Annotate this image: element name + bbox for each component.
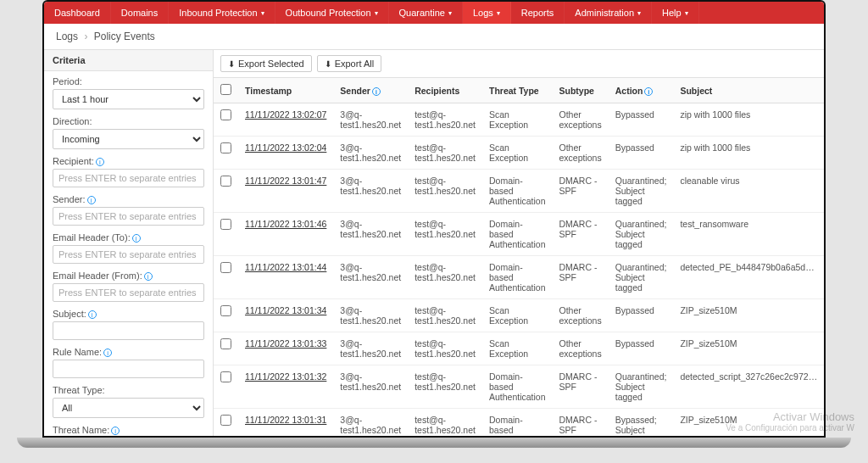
cell-recipients: test@q-test1.hes20.net xyxy=(408,170,482,213)
table-scroll[interactable]: Timestamp Senderi Recipients Threat Type… xyxy=(214,78,824,436)
cell-threat-type: Domain-based Authentication xyxy=(482,409,553,437)
cell-action: Quarantined;Subject tagged xyxy=(609,213,674,256)
chevron-down-icon: ▾ xyxy=(497,9,500,17)
table-row: 11/11/2022 13:02:073@q-test1.hes20.nette… xyxy=(214,103,824,137)
row-checkbox[interactable] xyxy=(220,305,231,316)
row-checkbox[interactable] xyxy=(220,371,231,382)
sender-input[interactable] xyxy=(53,207,204,226)
nav-tab-label: Inbound Protection xyxy=(179,8,257,18)
nav-tab-administration[interactable]: Administration▾ xyxy=(565,2,652,24)
cell-recipients: test@q-test1.hes20.net xyxy=(408,213,482,256)
cell-timestamp[interactable]: 11/11/2022 13:02:07 xyxy=(238,103,333,137)
col-threat-type[interactable]: Threat Type xyxy=(482,78,553,103)
cell-timestamp[interactable]: 11/11/2022 13:01:44 xyxy=(238,256,333,299)
chevron-down-icon: ▾ xyxy=(685,9,688,17)
cell-timestamp[interactable]: 11/11/2022 13:02:04 xyxy=(238,137,333,170)
row-checkbox[interactable] xyxy=(220,176,231,187)
col-recipients[interactable]: Recipients xyxy=(408,78,482,103)
cell-recipients: test@q-test1.hes20.net xyxy=(408,365,482,409)
cell-recipients: test@q-test1.hes20.net xyxy=(408,332,482,365)
table-row: 11/11/2022 13:01:443@q-test1.hes20.nette… xyxy=(214,256,824,299)
header-from-input[interactable] xyxy=(53,283,204,302)
info-icon[interactable]: i xyxy=(644,87,653,96)
nav-tab-logs[interactable]: Logs▾ xyxy=(463,2,511,24)
chevron-down-icon: ▾ xyxy=(375,9,378,17)
threat-name-label: Threat Name:i xyxy=(53,425,204,435)
cell-recipients: test@q-test1.hes20.net xyxy=(408,137,482,170)
info-icon[interactable]: i xyxy=(103,349,112,357)
row-checkbox[interactable] xyxy=(220,262,231,273)
export-toolbar: ⬇ Export Selected ⬇ Export All xyxy=(214,50,824,78)
cell-action: Quarantined;Subject tagged xyxy=(609,170,674,213)
app-window: DashboardDomainsInbound Protection▾Outbo… xyxy=(42,0,826,438)
nav-tab-label: Quarantine xyxy=(399,8,445,18)
cell-recipients: test@q-test1.hes20.net xyxy=(408,299,482,332)
threat-type-label: Threat Type: xyxy=(53,385,204,395)
cell-timestamp[interactable]: 11/11/2022 13:01:33 xyxy=(238,332,333,365)
info-icon[interactable]: i xyxy=(111,427,120,435)
nav-tab-domains[interactable]: Domains xyxy=(111,2,169,24)
rule-name-input[interactable] xyxy=(53,360,204,378)
cell-sender: 3@q-test1.hes20.net xyxy=(333,256,408,299)
direction-select[interactable]: Incoming xyxy=(53,129,204,149)
nav-tab-outbound-protection[interactable]: Outbound Protection▾ xyxy=(275,2,389,24)
recipient-input[interactable] xyxy=(53,169,204,187)
nav-tab-help[interactable]: Help▾ xyxy=(652,2,699,24)
breadcrumb-root[interactable]: Logs xyxy=(56,31,78,42)
top-nav: DashboardDomainsInbound Protection▾Outbo… xyxy=(44,2,824,24)
nav-tab-inbound-protection[interactable]: Inbound Protection▾ xyxy=(169,2,275,24)
content-area: ⬇ Export Selected ⬇ Export All Timestamp… xyxy=(214,50,824,436)
cell-subtype: DMARC - SPF xyxy=(553,170,609,213)
table-row: 11/11/2022 13:01:343@q-test1.hes20.nette… xyxy=(214,299,824,332)
export-selected-button[interactable]: ⬇ Export Selected xyxy=(220,55,312,72)
header-to-input[interactable] xyxy=(53,245,204,264)
cell-threat-type: Scan Exception xyxy=(482,103,553,137)
col-timestamp[interactable]: Timestamp xyxy=(238,78,333,103)
info-icon[interactable]: i xyxy=(96,158,104,166)
row-checkbox[interactable] xyxy=(220,415,231,426)
cell-subtype: DMARC - SPF xyxy=(553,409,609,437)
cell-subtype: Other exceptions xyxy=(553,332,609,365)
nav-tab-label: Reports xyxy=(521,8,554,18)
cell-timestamp[interactable]: 11/11/2022 13:01:31 xyxy=(238,409,333,437)
cell-subject: detected_script_327c26ec2c972c920c xyxy=(673,365,824,409)
info-icon[interactable]: i xyxy=(88,310,97,319)
row-checkbox[interactable] xyxy=(220,109,231,120)
subject-input[interactable] xyxy=(53,321,204,340)
criteria-panel: Criteria Period: Last 1 hour Direction: … xyxy=(44,50,214,436)
cell-timestamp[interactable]: 11/11/2022 13:01:46 xyxy=(238,213,333,256)
nav-tab-quarantine[interactable]: Quarantine▾ xyxy=(389,2,463,24)
download-icon: ⬇ xyxy=(325,59,331,69)
nav-tab-dashboard[interactable]: Dashboard xyxy=(44,2,111,24)
header-to-label: Email Header (To):i xyxy=(53,232,204,243)
row-checkbox[interactable] xyxy=(220,219,231,230)
breadcrumb: Logs › Policy Events xyxy=(44,24,824,50)
info-icon[interactable]: i xyxy=(144,272,153,281)
col-action[interactable]: Actioni xyxy=(609,78,674,103)
info-icon[interactable]: i xyxy=(132,234,141,243)
table-row: 11/11/2022 13:01:323@q-test1.hes20.nette… xyxy=(214,365,824,409)
row-checkbox[interactable] xyxy=(220,338,231,349)
table-row: 11/11/2022 13:01:473@q-test1.hes20.nette… xyxy=(214,170,824,213)
cell-subject: ZIP_size510M xyxy=(673,299,824,332)
info-icon[interactable]: i xyxy=(372,87,381,96)
cell-subject: ZIP_size510M xyxy=(673,409,824,437)
nav-tab-label: Outbound Protection xyxy=(286,8,371,18)
subject-label: Subject:i xyxy=(53,309,204,319)
col-sender[interactable]: Senderi xyxy=(333,78,408,103)
cell-timestamp[interactable]: 11/11/2022 13:01:32 xyxy=(238,365,333,409)
cell-timestamp[interactable]: 11/11/2022 13:01:47 xyxy=(238,170,333,213)
col-subject[interactable]: Subject xyxy=(673,78,824,103)
row-checkbox[interactable] xyxy=(220,142,231,153)
main-split: Criteria Period: Last 1 hour Direction: … xyxy=(44,50,824,436)
col-subtype[interactable]: Subtype xyxy=(553,78,609,103)
threat-type-select[interactable]: All xyxy=(53,398,204,418)
export-all-button[interactable]: ⬇ Export All xyxy=(317,55,381,72)
nav-tab-reports[interactable]: Reports xyxy=(511,2,565,24)
period-select[interactable]: Last 1 hour xyxy=(53,89,204,109)
info-icon[interactable]: i xyxy=(87,196,96,204)
nav-tab-label: Dashboard xyxy=(54,8,100,18)
select-all-checkbox[interactable] xyxy=(220,84,231,95)
cell-sender: 3@q-test1.hes20.net xyxy=(333,137,408,170)
cell-timestamp[interactable]: 11/11/2022 13:01:34 xyxy=(238,299,333,332)
